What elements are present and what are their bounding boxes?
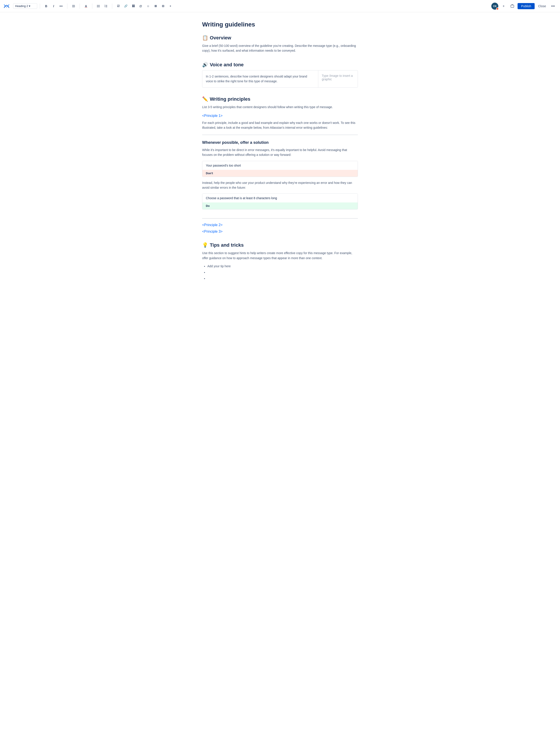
document-title[interactable]: Writing guidelines [202, 21, 358, 28]
example-heading: Whenever possible, offer a solution [202, 140, 358, 145]
principle-1-body: For each principle, include a good and b… [202, 121, 358, 130]
principle-2-link[interactable]: <Principle 2> [202, 223, 358, 227]
logo-icon [3, 3, 9, 9]
toolbar-right: CK + Publish Close ••• [491, 3, 557, 9]
layout-button[interactable]: ⊟ [159, 3, 166, 9]
svg-point-4 [97, 5, 98, 5]
tips-tricks-section: 💡 Tips and tricks Use this section to su… [202, 242, 358, 281]
svg-marker-3 [74, 6, 75, 6]
divider-3 [80, 3, 80, 9]
overview-heading: 📋 Overview [202, 35, 358, 41]
voice-tone-left-text: In 1-2 sentences, describe how content d… [206, 74, 307, 83]
voice-tone-right-text: Type /image to insert a graphic [322, 74, 353, 81]
heading-style-dropdown[interactable]: Heading 2 ▾ [13, 3, 37, 9]
align-group [70, 3, 77, 9]
voice-tone-heading: 🔊 Voice and tone [202, 62, 358, 68]
principle-3-link[interactable]: <Principle 3> [202, 230, 358, 234]
writing-principles-icon: ✏️ [202, 96, 208, 102]
do-label: Do [202, 202, 358, 209]
overview-section: 📋 Overview Give a brief (50-100 word) ov… [202, 35, 358, 53]
divider-5 [112, 3, 112, 9]
close-button[interactable]: Close [536, 3, 548, 9]
writing-principles-heading: ✏️ Writing principles [202, 96, 358, 102]
tip-item-2[interactable] [207, 269, 358, 275]
bold-button[interactable]: B [43, 3, 50, 9]
mention-button[interactable]: @ [137, 3, 144, 9]
list-group: 1 2 3 [95, 3, 109, 9]
color-group: A [83, 3, 89, 9]
overview-icon: 📋 [202, 35, 208, 41]
example-body: While it's important to be direct in err… [202, 148, 358, 157]
voice-tone-right[interactable]: Type /image to insert a graphic [318, 70, 358, 87]
writing-principles-intro: List 3-5 writing principles that content… [202, 105, 358, 109]
bullet-list-button[interactable] [95, 3, 102, 9]
voice-tone-heading-text: Voice and tone [210, 62, 244, 68]
align-button[interactable] [70, 3, 77, 9]
svg-rect-16 [511, 5, 514, 7]
overflow-menu-button[interactable]: ••• [550, 3, 557, 9]
tip-item-3[interactable] [207, 275, 358, 281]
divider-4 [92, 3, 92, 9]
principle-1-link[interactable]: <Principle 1> [202, 114, 358, 118]
chevron-down-icon: ▾ [29, 4, 30, 8]
insert-more-button[interactable]: + [167, 3, 174, 9]
tips-tricks-heading-text: Tips and tricks [210, 242, 244, 248]
voice-tone-icon: 🔊 [202, 62, 208, 68]
dont-example-text: Your password's too short [206, 164, 241, 167]
tip-item-1[interactable]: Add your tip here [207, 263, 358, 269]
writing-principles-heading-text: Writing principles [210, 96, 250, 102]
task-button[interactable]: ☑ [115, 3, 122, 9]
toolbar: Heading 2 ▾ B I ••• A [0, 0, 560, 12]
tips-tricks-heading: 💡 Tips and tricks [202, 242, 358, 248]
divider-2 [67, 3, 67, 9]
do-example-text: Choose a password that is at least 8 cha… [206, 196, 277, 200]
overview-heading-text: Overview [210, 35, 231, 41]
do-example-content: Choose a password that is at least 8 cha… [202, 194, 358, 202]
tip-item-1-text: Add your tip here [207, 264, 231, 268]
dont-example-box: Your password's too short Don't [202, 161, 358, 177]
example-section: Whenever possible, offer a solution Whil… [202, 135, 358, 219]
voice-tone-left[interactable]: In 1-2 sentences, describe how content d… [202, 70, 318, 87]
text-color-button[interactable]: A [83, 3, 89, 9]
heading-style-label: Heading 2 [15, 4, 28, 8]
table-button[interactable]: ⊞ [152, 3, 159, 9]
tips-tricks-icon: 💡 [202, 242, 208, 248]
do-intro-text: Instead, help the people who use your pr… [202, 180, 358, 190]
share-button[interactable] [509, 3, 516, 9]
avatar-initials: CK [493, 5, 497, 7]
svg-point-5 [97, 6, 98, 6]
more-format-button[interactable]: ••• [58, 3, 65, 9]
overview-body[interactable]: Give a brief (50-100 word) overview of t… [202, 43, 358, 53]
publish-button[interactable]: Publish [518, 3, 535, 9]
numbered-list-button[interactable]: 1 2 3 [103, 3, 109, 9]
svg-text:3: 3 [105, 6, 105, 7]
add-collaborator-button[interactable]: + [500, 3, 507, 9]
format-group: B I ••• [43, 3, 65, 9]
image-button[interactable]: 🖼 [130, 3, 137, 9]
voice-tone-section: 🔊 Voice and tone In 1-2 sentences, descr… [202, 62, 358, 88]
insert-group: ☑ 🔗 🖼 @ ☺ ⊞ ⊟ + [115, 3, 174, 9]
link-button[interactable]: 🔗 [122, 3, 129, 9]
italic-button[interactable]: I [50, 3, 57, 9]
content-area: Writing guidelines 📋 Overview Give a bri… [197, 12, 363, 308]
voice-tone-table: In 1-2 sentences, describe how content d… [202, 70, 358, 88]
tips-tricks-body: Use this section to suggest hints to hel… [202, 251, 358, 260]
svg-point-6 [97, 6, 98, 7]
dont-example-content: Your password's too short [202, 161, 358, 170]
user-avatar[interactable]: CK [491, 3, 498, 9]
do-example-box: Choose a password that is at least 8 cha… [202, 193, 358, 210]
writing-principles-section: ✏️ Writing principles List 3-5 writing p… [202, 96, 358, 234]
dont-label: Don't [202, 170, 358, 177]
tips-list: Add your tip here [202, 263, 358, 281]
emoji-button[interactable]: ☺ [144, 3, 152, 9]
avatar-badge [496, 7, 499, 10]
